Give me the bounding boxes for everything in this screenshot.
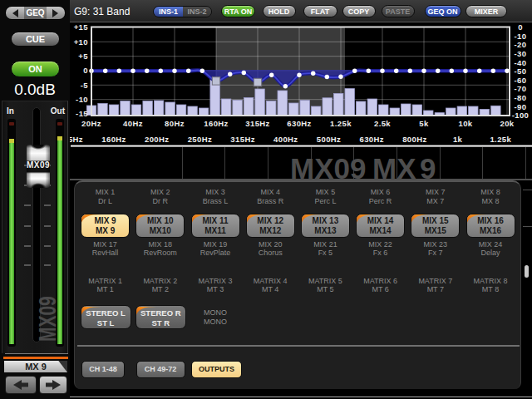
- svg-text:-20: -20: [515, 40, 527, 49]
- svg-text:20k: 20k: [500, 119, 514, 128]
- svg-text:-60: -60: [515, 76, 527, 85]
- svg-text:+5: +5: [78, 52, 88, 61]
- svg-text:+15: +15: [74, 22, 89, 32]
- svg-text:2.5k: 2.5k: [374, 119, 391, 128]
- svg-text:40Hz: 40Hz: [123, 119, 143, 128]
- svg-text:-30: -30: [515, 49, 527, 58]
- svg-text:250Hz: 250Hz: [188, 135, 212, 144]
- svg-text:-40: -40: [515, 58, 527, 67]
- svg-text:200Hz: 200Hz: [145, 135, 169, 144]
- svg-text:80Hz: 80Hz: [165, 119, 185, 128]
- svg-text:-70: -70: [515, 84, 527, 93]
- svg-text:-10: -10: [76, 95, 88, 104]
- svg-text:160Hz: 160Hz: [101, 135, 126, 144]
- svg-text:630Hz: 630Hz: [359, 135, 383, 144]
- svg-text:1k: 1k: [453, 135, 463, 144]
- svg-text:0: 0: [518, 22, 523, 32]
- svg-text:-10: -10: [515, 32, 527, 41]
- svg-text:315Hz: 315Hz: [230, 135, 254, 144]
- svg-text:-50: -50: [515, 66, 527, 76]
- svg-text:10k: 10k: [458, 119, 472, 128]
- svg-text:-80: -80: [515, 93, 527, 102]
- svg-text:315Hz: 315Hz: [245, 119, 269, 128]
- svg-text:0: 0: [83, 66, 88, 75]
- svg-text:1.25k: 1.25k: [490, 135, 511, 144]
- svg-text:125Hz: 125Hz: [70, 135, 83, 144]
- svg-text:20Hz: 20Hz: [81, 119, 101, 128]
- svg-text:-5: -5: [81, 81, 89, 90]
- svg-text:-15: -15: [76, 109, 88, 118]
- svg-text:1.25k: 1.25k: [330, 119, 352, 128]
- svg-text:630Hz: 630Hz: [287, 119, 311, 128]
- svg-text:-90: -90: [515, 102, 527, 111]
- svg-text:-100: -100: [512, 111, 530, 120]
- svg-text:800Hz: 800Hz: [402, 135, 426, 144]
- svg-text:400Hz: 400Hz: [273, 135, 298, 144]
- svg-text:+10: +10: [74, 37, 88, 47]
- svg-text:500Hz: 500Hz: [317, 135, 341, 144]
- svg-text:160Hz: 160Hz: [204, 119, 228, 128]
- svg-text:5k: 5k: [419, 119, 429, 128]
